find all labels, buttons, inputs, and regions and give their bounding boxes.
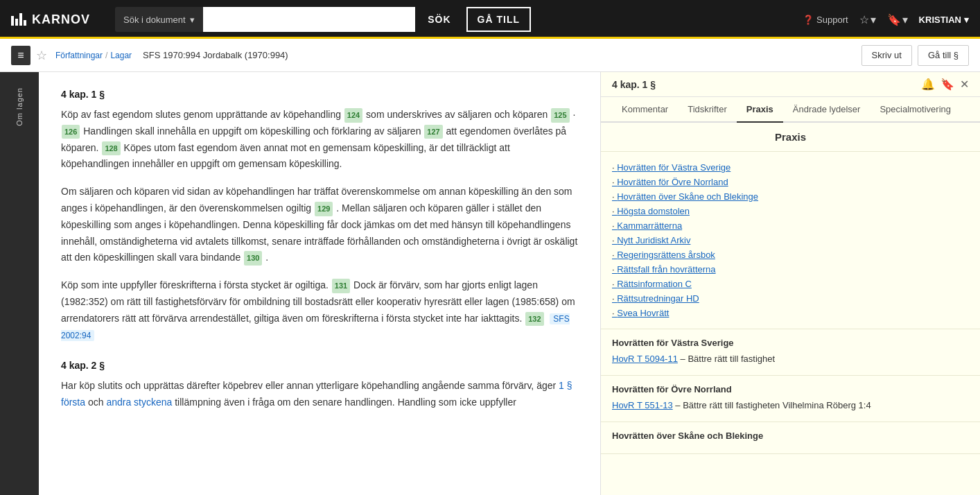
section-number-4kap2: 4 kap. 2 § <box>61 360 105 371</box>
bookmark-button[interactable]: 🔖 ▾ <box>887 13 908 26</box>
footnote-128[interactable]: 128 <box>102 141 120 156</box>
praxis-section-vastra: Hovrätten för Västra Sverige HovR T 5094… <box>601 329 980 376</box>
praxis-link-rattsfall[interactable]: Rättsfall från hovrätterna <box>612 262 969 277</box>
praxis-link-rattsinformation[interactable]: Rättsinformation C <box>612 277 969 291</box>
favorite-star-icon[interactable]: ☆ <box>36 48 47 63</box>
panel-section-label: 4 kap. 1 § <box>612 79 656 90</box>
menu-icon: ≡ <box>17 49 24 62</box>
breadcrumb-actions: Skriv ut Gå till § <box>861 45 969 66</box>
tab-special[interactable]: Specialmotivering <box>870 97 961 123</box>
praxis-link-kammarratterna[interactable]: Kammarrätterna <box>612 218 969 233</box>
bell-icon: 🔔 <box>921 78 935 90</box>
close-panel-button[interactable]: ✕ <box>960 78 969 91</box>
tab-praxis[interactable]: Praxis <box>737 97 783 123</box>
ga-till-button[interactable]: GÅ TILL <box>466 7 531 32</box>
law-section-4kap2: 4 kap. 2 § Har köp slutits och upprättas… <box>61 360 578 411</box>
case-ref-vastra-1[interactable]: HovR T 5094-11 <box>612 354 678 364</box>
tab-praxis-label: Praxis <box>746 104 773 114</box>
chevron-icon: ▾ <box>870 13 876 26</box>
panel-icons: 🔔 🔖 ✕ <box>921 78 969 91</box>
section-body-4kap1-p1: Köp av fast egendom slutes genom upprätt… <box>61 107 578 173</box>
right-panel-header: 4 kap. 1 § 🔔 🔖 ✕ <box>601 72 980 97</box>
praxis-link-nytt-juridiskt[interactable]: Nytt Juridiskt Arkiv <box>612 233 969 248</box>
star-icon: ☆ <box>859 13 869 26</box>
favorites-button[interactable]: ☆ ▾ <box>859 13 876 26</box>
sfs-badge[interactable]: SFS 2002:94 <box>61 313 570 341</box>
footnote-126[interactable]: 126 <box>62 125 80 139</box>
breadcrumb: Författningar / Lagar <box>55 51 132 60</box>
search-dropdown-label: Sök i dokument <box>123 15 186 25</box>
sidebar-item-om-lagen[interactable]: Om lagen <box>11 80 28 133</box>
tab-kommentar-label: Kommentar <box>622 104 668 114</box>
chevron-icon-2: ▾ <box>902 13 908 26</box>
panel-bookmark-button[interactable]: 🔖 <box>940 78 954 91</box>
logo-bar-2 <box>15 19 18 26</box>
user-chevron-icon: ▾ <box>964 15 969 25</box>
footnote-124[interactable]: 124 <box>344 108 362 123</box>
law-link-andra-styckena[interactable]: andra styckena <box>106 397 172 408</box>
ga-till-s-button[interactable]: Gå till § <box>918 45 969 66</box>
tab-kommentar[interactable]: Kommentar <box>612 97 678 123</box>
footnote-130[interactable]: 130 <box>244 251 262 266</box>
logo-bar-1 <box>11 16 14 26</box>
court-title-vastra: Hovrätten för Västra Sverige <box>612 338 969 348</box>
praxis-section-skane: Hovrätten över Skåne och Blekinge <box>601 422 980 454</box>
footnote-131[interactable]: 131 <box>332 279 350 293</box>
user-name: KRISTIAN <box>919 15 961 25</box>
bookmark-icon: 🔖 <box>887 13 901 26</box>
left-sidebar: Om lagen <box>0 72 39 495</box>
praxis-link-svea[interactable]: Svea Hovrätt <box>612 306 969 320</box>
top-navigation: KARNOV Sök i dokument ▾ SÖK GÅ TILL ❓ Su… <box>0 0 980 39</box>
section-body-4kap1-p3: Köp som inte uppfyller föreskrifterna i … <box>61 277 578 343</box>
footnote-132[interactable]: 132 <box>525 312 543 327</box>
praxis-link-hovratten-skane[interactable]: Hovrätten över Skåne och Blekinge <box>612 189 969 204</box>
breadcrumb-bar: ≡ ☆ Författningar / Lagar SFS 1970:994 J… <box>0 39 980 72</box>
footnote-125[interactable]: 125 <box>551 108 569 123</box>
tab-andrade-label: Ändrade lydelser <box>793 104 861 114</box>
search-area: Sök i dokument ▾ SÖK GÅ TILL <box>115 7 531 32</box>
case-desc-vastra-1: – Bättre rätt till fastighet <box>681 354 776 364</box>
praxis-link-hogsta[interactable]: Högsta domstolen <box>612 204 969 218</box>
praxis-case-vastra-1: HovR T 5094-11 – Bättre rätt till fastig… <box>612 352 969 367</box>
main-layout: Om lagen 4 kap. 1 § Köp av fast egendom … <box>0 72 980 495</box>
section-header-4kap2: 4 kap. 2 § <box>61 360 578 371</box>
user-menu[interactable]: KRISTIAN ▾ <box>919 15 969 25</box>
breadcrumb-item-lagar[interactable]: Lagar <box>110 51 132 60</box>
skriv-ut-button[interactable]: Skriv ut <box>861 45 912 66</box>
sok-button[interactable]: SÖK <box>415 7 463 32</box>
search-dropdown[interactable]: Sök i dokument ▾ <box>115 7 203 32</box>
sidebar-toggle-button[interactable]: ≡ <box>11 46 30 65</box>
section-header-4kap1: 4 kap. 1 § <box>61 89 578 100</box>
praxis-link-rattsutredningar[interactable]: Rättsutredningar HD <box>612 291 969 306</box>
case-desc-ovre-1: – Bättre rätt till fastigheten Vilhelmin… <box>675 400 870 410</box>
tab-special-label: Specialmotivering <box>880 104 951 114</box>
section-body-4kap2-p1: Har köp slutits och upprättas därefter k… <box>61 378 578 411</box>
support-link[interactable]: ❓ Support <box>803 15 848 25</box>
tab-andrade[interactable]: Ändrade lydelser <box>783 97 870 123</box>
breadcrumb-item-forfattningar[interactable]: Författningar <box>55 51 103 60</box>
panel-content: Praxis Hovrätten för Västra Sverige Hovr… <box>601 123 980 495</box>
logo-icon <box>11 13 26 26</box>
section-number-4kap1: 4 kap. 1 § <box>61 89 105 100</box>
right-panel: 4 kap. 1 § 🔔 🔖 ✕ Kommentar Tidskrifter <box>600 72 980 495</box>
logo-text: KARNOV <box>32 12 90 27</box>
praxis-link-hovratten-ovre[interactable]: Hovrätten för Övre Norrland <box>612 175 969 189</box>
tab-tidskrifter[interactable]: Tidskrifter <box>678 97 737 123</box>
court-title-skane: Hovrätten över Skåne och Blekinge <box>612 431 969 441</box>
bell-button[interactable]: 🔔 <box>921 78 935 91</box>
search-input[interactable] <box>203 7 416 32</box>
nav-right: ❓ Support ☆ ▾ 🔖 ▾ KRISTIAN ▾ <box>803 13 969 26</box>
praxis-link-regeringsratten[interactable]: Regeringsrättens årsbok <box>612 248 969 262</box>
praxis-section-ovre: Hovrätten för Övre Norrland HovR T 551-1… <box>601 376 980 422</box>
praxis-links-section: Hovrätten för Västra Sverige Hovrätten f… <box>601 152 980 329</box>
chevron-down-icon: ▾ <box>190 15 195 25</box>
case-ref-ovre-1[interactable]: HovR T 551-13 <box>612 400 673 410</box>
law-section-4kap1: 4 kap. 1 § Köp av fast egendom slutes ge… <box>61 89 578 343</box>
question-icon: ❓ <box>803 15 814 25</box>
section-body-4kap1-p2: Om säljaren och köparen vid sidan av köp… <box>61 184 578 266</box>
law-content: 4 kap. 1 § Köp av fast egendom slutes ge… <box>39 72 600 495</box>
footnote-129[interactable]: 129 <box>315 202 333 216</box>
footnote-127[interactable]: 127 <box>424 125 442 139</box>
praxis-link-hovratten-vastra[interactable]: Hovrätten för Västra Sverige <box>612 160 969 175</box>
praxis-case-ovre-1: HovR T 551-13 – Bättre rätt till fastigh… <box>612 399 969 413</box>
